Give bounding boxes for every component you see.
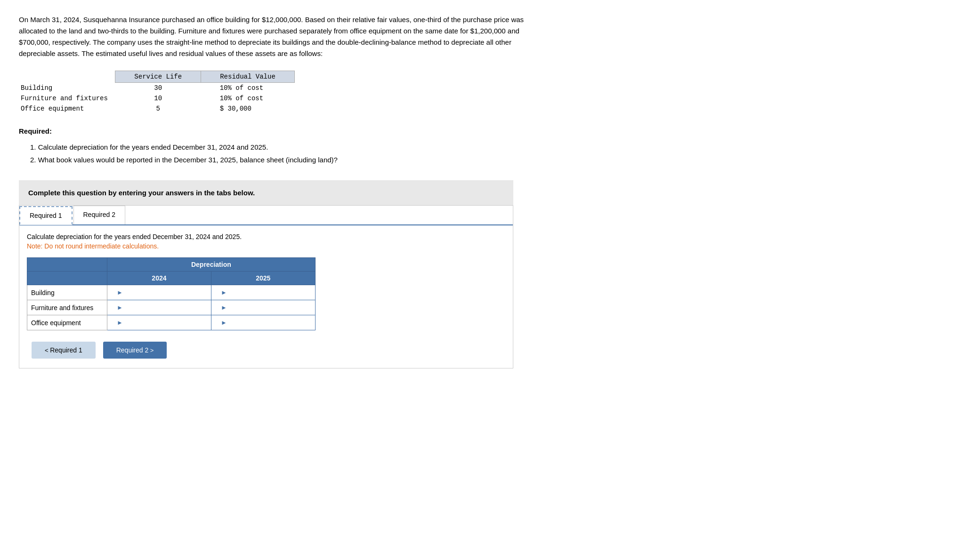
empty-header-row2 xyxy=(27,272,107,285)
table-row-furniture: Furniture and fixtures ► ► xyxy=(27,300,316,315)
asset-label-building: Building xyxy=(19,83,115,94)
asset-residual-building: 10% of cost xyxy=(201,83,295,94)
complete-banner: Complete this question by entering your … xyxy=(19,180,513,205)
input-office-2025[interactable]: ► xyxy=(211,315,315,330)
table-row-office: Office equipment ► ► xyxy=(27,315,316,330)
prev-arrow-icon: < xyxy=(45,347,50,354)
field-office-2024[interactable] xyxy=(125,315,211,330)
asset-label-office: Office equipment xyxy=(19,104,115,114)
asset-residual-furniture: 10% of cost xyxy=(201,93,295,104)
tab-note: Note: Do not round intermediate calculat… xyxy=(27,242,505,250)
asset-row-building: Building 30 10% of cost xyxy=(19,83,294,94)
asset-life-office: 5 xyxy=(115,104,201,114)
next-arrow-icon: > xyxy=(148,347,154,354)
asset-life-building: 30 xyxy=(115,83,201,94)
year-header-2025: 2025 xyxy=(211,272,315,285)
tab-required-1[interactable]: Required 1 xyxy=(19,206,73,225)
intro-paragraph: On March 31, 2024, Susquehanna Insurance… xyxy=(19,14,537,59)
tab-required-2[interactable]: Required 2 xyxy=(73,206,126,224)
input-building-2024[interactable]: ► xyxy=(107,285,211,300)
input-office-2024[interactable]: ► xyxy=(107,315,211,330)
bottom-buttons: < Required 1 Required 2 > xyxy=(27,342,505,359)
next-button-label: Required 2 xyxy=(116,346,149,354)
field-furniture-2024[interactable] xyxy=(125,300,211,315)
row-label-office: Office equipment xyxy=(27,315,107,330)
next-button[interactable]: Required 2 > xyxy=(103,342,167,359)
arrow-building-2024: ► xyxy=(117,289,123,296)
empty-header xyxy=(27,258,107,272)
service-life-header: Service Life xyxy=(115,71,201,83)
asset-residual-office: $ 30,000 xyxy=(201,104,295,114)
depreciation-group-header: Depreciation xyxy=(107,258,316,272)
asset-row-office: Office equipment 5 $ 30,000 xyxy=(19,104,294,114)
field-office-2025[interactable] xyxy=(229,315,315,330)
arrow-office-2025: ► xyxy=(221,319,227,326)
asset-info-table: Service Life Residual Value Building 30 … xyxy=(19,71,295,114)
residual-value-header: Residual Value xyxy=(201,71,295,83)
depreciation-table: Depreciation 2024 2025 Building ► xyxy=(27,257,316,330)
row-label-furniture: Furniture and fixtures xyxy=(27,300,107,315)
asset-row-furniture: Furniture and fixtures 10 10% of cost xyxy=(19,93,294,104)
field-building-2024[interactable] xyxy=(125,285,211,300)
prev-button-label: Required 1 xyxy=(50,346,82,354)
required-item-2: 2. What book values would be reported in… xyxy=(30,153,953,166)
required-items-list: 1. Calculate depreciation for the years … xyxy=(30,141,953,166)
table-row-building: Building ► ► xyxy=(27,285,316,300)
asset-label-furniture: Furniture and fixtures xyxy=(19,93,115,104)
tabs-container: Required 1 Required 2 Calculate deprecia… xyxy=(19,205,513,368)
year-header-2024: 2024 xyxy=(107,272,211,285)
row-label-building: Building xyxy=(27,285,107,300)
arrow-furniture-2024: ► xyxy=(117,304,123,311)
field-furniture-2025[interactable] xyxy=(229,300,315,315)
field-building-2025[interactable] xyxy=(229,285,315,300)
tab-description: Calculate depreciation for the years end… xyxy=(27,233,505,240)
asset-life-furniture: 10 xyxy=(115,93,201,104)
required-heading: Required: xyxy=(19,127,953,135)
input-furniture-2024[interactable]: ► xyxy=(107,300,211,315)
input-building-2025[interactable]: ► xyxy=(211,285,315,300)
arrow-furniture-2025: ► xyxy=(221,304,227,311)
arrow-building-2025: ► xyxy=(221,289,227,296)
tabs-row: Required 1 Required 2 xyxy=(19,206,513,225)
prev-button[interactable]: < Required 1 xyxy=(32,342,96,359)
tab-content: Calculate depreciation for the years end… xyxy=(19,225,513,368)
input-furniture-2025[interactable]: ► xyxy=(211,300,315,315)
required-item-1: 1. Calculate depreciation for the years … xyxy=(30,141,953,153)
arrow-office-2024: ► xyxy=(117,319,123,326)
